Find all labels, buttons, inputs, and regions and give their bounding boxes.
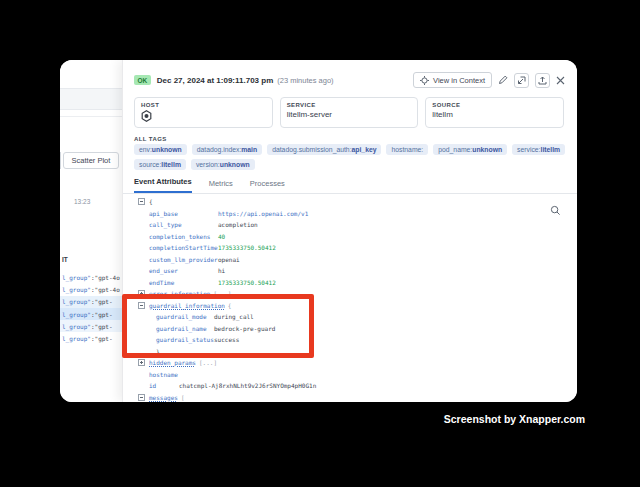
tag-key: source: [139,161,161,168]
open-full-page-button[interactable] [514,73,529,88]
attribute-key: messages [149,394,178,401]
attribute-value: 1735333750.50412 [218,244,276,251]
attribute-key: end_user [149,267,218,274]
tab-event-attributes[interactable]: Event Attributes [134,177,192,193]
attribute-node-error_information[interactable]: error_information[...] [134,288,553,300]
list-item[interactable]: l_group":"gpt- [60,320,122,332]
tag-value: litellm [161,161,181,168]
tag-pill[interactable]: pod_name:unknown [433,144,507,155]
attribute-row-id[interactable]: idchatcmpl-Aj8rxhNLht9v2J6rSNYOmp4pH0G1n [134,380,553,392]
row-value-fragment: :"gpt- [91,323,113,330]
attribute-key: endTime [149,279,218,286]
attribute-row-call_type[interactable]: call_typeacompletion [134,219,553,231]
attribute-key: guardrail_status [156,336,214,343]
tag-value: unknown [152,146,182,153]
view-in-context-button[interactable]: View in Context [413,72,492,88]
tag-value: litellm [541,146,561,153]
attribute-value: hi [218,267,225,274]
card-service[interactable]: SERVICElitellm-server [280,97,419,128]
collapse-toggle-icon[interactable] [138,198,145,205]
attribute-row-end_user[interactable]: end_userhi [134,265,553,277]
tag-value: main [241,146,257,153]
host-hexagon-icon [141,110,266,122]
attribute-node-messages[interactable]: messages[ [134,392,553,403]
attribute-value: 1735333750.50412 [218,279,276,286]
tag-pill[interactable]: source:litellm [134,159,186,170]
card-label: HOST [141,102,266,108]
list-item[interactable]: l_group":"gpt- [60,308,122,320]
tag-value: unknown [472,146,502,153]
attribute-value: acompletion [218,221,258,228]
node-suffix: [...] [199,359,217,366]
close-panel-button[interactable] [556,76,565,85]
tag-pill[interactable]: datadog.submission_auth:api_key [267,144,381,155]
attribute-key: guardrail_information [149,302,225,309]
collapse-toggle-icon[interactable] [138,359,145,366]
row-key-fragment: l_group" [62,298,91,305]
attribute-key: error_information [149,290,210,297]
scope-icon [420,76,429,85]
edit-button[interactable] [498,75,508,85]
card-source[interactable]: SOURCElitellm [425,97,564,128]
tag-pill[interactable]: hostname: [386,144,428,155]
card-label: SERVICE [287,102,412,108]
attribute-row-completionStartTime[interactable]: completionStartTime1735333750.50412 [134,242,553,254]
row-key-fragment: l_group" [62,274,91,281]
panel-header: OK Dec 27, 2024 at 1:09:11.703 pm (23 mi… [134,71,565,89]
row-value-fragment: :"gpt- [91,298,113,305]
card-value: litellm [432,110,557,119]
view-in-context-label: View in Context [433,76,485,85]
attribute-key: id [149,382,179,389]
expand-panel-icon [517,76,526,85]
tab-metrics[interactable]: Metrics [209,179,233,193]
attribute-row-hostname[interactable]: hostname [134,369,553,381]
list-item[interactable]: l_group":"gpt-4o [60,283,122,295]
attribute-row-api_base[interactable]: api_basehttps://api.openai.com/v1 [134,208,553,220]
attribute-row-guardrail_mode[interactable]: guardrail_modeduring_call [134,311,553,323]
background-list-header: IT [62,256,68,263]
export-button[interactable] [535,73,550,88]
scatter-plot-button[interactable]: Scatter Plot [63,152,119,169]
attribute-key: hidden_params [149,359,196,366]
attribute-node-hidden_params[interactable]: hidden_params[...] [134,357,553,369]
attribute-row-endTime[interactable]: endTime1735333750.50412 [134,277,553,289]
list-item[interactable]: l_group":"gpt-4o [60,271,122,283]
pencil-icon [498,75,508,85]
collapse-toggle-icon[interactable] [138,290,145,297]
json-close-row: } [134,346,553,358]
tag-pill[interactable]: env:unknown [134,144,187,155]
tag-key: hostname: [391,146,423,153]
row-key-fragment: l_group" [62,311,91,318]
event-attributes-tree: {api_basehttps://api.openai.com/v1call_t… [134,196,553,402]
status-badge: OK [134,75,151,85]
list-item[interactable]: l_group":"gpt- [60,332,122,344]
row-key-fragment: l_group" [62,286,91,293]
attribute-key: custom_llm_provider [149,256,218,263]
list-item[interactable]: l_group":"gpt- [60,296,122,308]
event-side-panel: OK Dec 27, 2024 at 1:09:11.703 pm (23 mi… [122,60,577,402]
search-attributes-button[interactable] [550,205,561,216]
app-window: Scatter Plot 13:23 IT l_group":"gpt-4ol_… [60,60,577,402]
tag-key: env: [139,146,152,153]
node-suffix: [ [181,394,185,401]
search-icon [550,205,561,216]
collapse-toggle-icon[interactable] [138,394,145,401]
attribute-value: openai [218,256,240,263]
attribute-row-completion_tokens[interactable]: completion_tokens40 [134,231,553,243]
attribute-row-custom_llm_provider[interactable]: custom_llm_provideropenai [134,254,553,266]
attribute-row-guardrail_status[interactable]: guardrail_statussuccess [134,334,553,346]
tag-pill[interactable]: service:litellm [512,144,565,155]
tag-pill[interactable]: datadog.index:main [192,144,262,155]
event-timestamp: Dec 27, 2024 at 1:09:11.703 pm [157,76,274,85]
collapse-toggle-icon[interactable] [138,302,145,309]
tab-processes[interactable]: Processes [250,179,285,193]
watermark-caption: Screenshot by Xnapper.com [444,413,585,425]
tag-pill[interactable]: version:unknown [191,159,255,170]
tag-key: datadog.index: [197,146,242,153]
card-host[interactable]: HOST [134,97,273,128]
attribute-key: completion_tokens [149,233,218,240]
attribute-value: during_call [214,313,254,320]
attribute-row-guardrail_name[interactable]: guardrail_namebedrock-pre-guard [134,323,553,335]
attribute-node-guardrail_information[interactable]: guardrail_information{ [134,300,553,312]
close-icon [556,76,565,85]
